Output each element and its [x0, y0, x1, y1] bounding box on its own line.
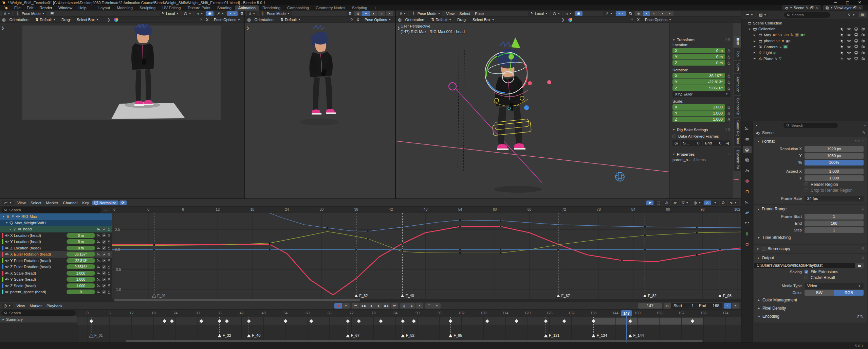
normalize-auto-button[interactable]: ⟳	[119, 200, 127, 205]
outliner-row-light[interactable]: ▶ Light◎	[741, 50, 868, 56]
toolbar-expand-arrow[interactable]: ❯	[246, 26, 249, 30]
workspace-tab-scripting[interactable]: Scripting	[349, 5, 371, 11]
location-y-field[interactable]: Y0 m	[672, 54, 725, 59]
mirror-x-toggle[interactable]: X	[635, 17, 642, 22]
snap-options-chevron[interactable]: ▼	[712, 200, 719, 205]
channel-value-field[interactable]: -22.813°	[67, 258, 95, 263]
mode-selector[interactable]: 🚶 Pose Mode▼	[409, 11, 442, 16]
show-gizmo-button[interactable]: ➚▼	[603, 11, 614, 16]
tweak-tool-button[interactable]: ➤	[646, 200, 653, 205]
outliner-item-label[interactable]: phone	[764, 39, 775, 43]
disable-viewport-toggle[interactable]	[854, 57, 858, 61]
keyframe-point[interactable]	[269, 242, 270, 244]
shading-wireframe-button[interactable]: ⊕	[635, 11, 642, 16]
graph-h-scrollbar[interactable]	[114, 299, 360, 301]
keyframe-point[interactable]	[500, 249, 501, 250]
workspace-tab-animation[interactable]: Animation	[235, 5, 259, 11]
disable-render-toggle[interactable]	[861, 45, 865, 49]
keyframe-point[interactable]	[719, 249, 721, 250]
orientation-value-dropdown[interactable]: ⇅ Default▼	[278, 17, 303, 22]
eye-icon[interactable]	[5, 284, 9, 288]
collapse-icon[interactable]: ▼	[758, 315, 760, 317]
editor-type-button[interactable]: #▼	[247, 11, 257, 16]
keyframe-point[interactable]	[500, 226, 501, 227]
properties-tab-tool[interactable]	[743, 125, 752, 132]
channel-label[interactable]: Z Scale (head)	[10, 284, 65, 288]
menu-render[interactable]: Render	[36, 6, 55, 10]
keyframe-point[interactable]	[153, 249, 155, 250]
selectable-toggle[interactable]	[840, 45, 844, 49]
play-reverse-button[interactable]: ◄	[367, 303, 375, 309]
snap-button[interactable]: ∩	[704, 200, 711, 205]
keyframe-point[interactable]	[269, 249, 270, 250]
keyframe-point[interactable]	[621, 260, 622, 261]
channel-label[interactable]: Z Location (head)	[10, 246, 65, 250]
editor-type-button[interactable]: ◷▼	[2, 303, 13, 308]
new-scene-icon[interactable]: 🗗	[810, 6, 814, 10]
channel-group-row[interactable]: ▼head	[0, 226, 112, 232]
toolbar-expand-arrow[interactable]: ❯	[397, 26, 400, 30]
graph-menu-view[interactable]: View	[15, 201, 28, 205]
frame-end-field[interactable]: End168	[697, 303, 722, 309]
hide-viewport-toggle[interactable]	[847, 57, 851, 61]
prop-field-y[interactable]: 1080 px	[805, 153, 864, 159]
rotation-z-field[interactable]: Z9.8516°	[672, 85, 725, 91]
expand-icon[interactable]: ▼	[757, 307, 760, 310]
format-panel-title[interactable]: Format	[762, 139, 775, 144]
outliner-data-badge[interactable]: ▽4	[778, 33, 782, 37]
expand-icon[interactable]: ▼	[757, 236, 760, 239]
modifier-wrench-icon[interactable]	[97, 290, 101, 294]
timeline-menu-playback[interactable]: Playback	[44, 304, 65, 308]
outliner-row-collection[interactable]: ▼ Collection	[741, 26, 868, 32]
fcurve-channel-row[interactable]: Z Location (head) 0 m	[0, 245, 112, 251]
channel-object-row[interactable]: ▼RIG-Max	[0, 213, 112, 220]
keyframe-point[interactable]	[500, 252, 501, 254]
bake-decrement-button[interactable]: ◀	[724, 140, 731, 146]
sidebar-tab-game-rig-tool[interactable]: Game Rig Tool	[734, 118, 741, 146]
properties-search-input[interactable]: Search	[783, 123, 838, 128]
shading-rendered-button[interactable]: ◑	[658, 11, 666, 16]
lock-icon[interactable]	[727, 61, 731, 65]
graph-menu-select[interactable]: Select	[28, 201, 44, 205]
outliner-data-badge[interactable]: ▽6	[776, 39, 780, 43]
keyframe-point[interactable]	[153, 245, 155, 246]
properties-options-chevron[interactable]: ▼	[864, 124, 866, 126]
mirror-butterfly-icon[interactable]: ⁘	[630, 17, 634, 22]
scale-z-field[interactable]: Z1.000	[672, 117, 725, 122]
sidebar-tab-blenderkit[interactable]: BlenderKit	[734, 96, 741, 117]
keyframe-point[interactable]	[402, 251, 403, 252]
viewport-side[interactable]: #▼ 🚶 Pose Mode▼ ⧉ ⊕ ● ◐ ◑ ▼ ◍ Orientatio…	[245, 11, 395, 198]
mirror-butterfly-icon[interactable]: ⁘	[350, 17, 353, 22]
pin-icon[interactable]: ✎	[806, 6, 809, 10]
channel-value-field[interactable]: 0 m	[67, 239, 95, 244]
eye-icon[interactable]	[5, 233, 9, 238]
outliner-data-badge[interactable]: ▣3	[786, 39, 791, 43]
lock-icon[interactable]	[727, 105, 731, 109]
workspace-tab-uv-editing[interactable]: UV Editing	[159, 5, 184, 11]
channel-value-field[interactable]: 0 m	[67, 233, 95, 238]
outliner-row-max[interactable]: ▶ Max◆2▽4▽24‖4✱▣2	[741, 32, 868, 38]
keyframe-point[interactable]	[644, 249, 645, 250]
orientation-globe-icon[interactable]: ◍	[2, 17, 5, 22]
fcurve-channel-row[interactable]: X Scale (head) 1.000	[0, 270, 112, 277]
next-keyframe-button[interactable]: ◆►	[383, 303, 390, 309]
channel-label[interactable]: Y Location (head)	[10, 240, 65, 244]
rotation-x-field[interactable]: X36.167°	[672, 73, 725, 78]
menu-help[interactable]: Help	[75, 6, 90, 10]
open-folder-button[interactable]	[855, 263, 864, 268]
shading-material-button[interactable]: ◐	[650, 11, 658, 16]
shading-options-chevron[interactable]: ▼	[386, 11, 393, 16]
lock-icon[interactable]	[107, 290, 111, 294]
location-z-field[interactable]: Z0 m	[672, 60, 725, 66]
workspace-tab-compositing[interactable]: Compositing	[284, 5, 312, 11]
lock-icon[interactable]	[107, 271, 111, 275]
eye-icon[interactable]	[5, 252, 9, 256]
workspace-tab-rendering[interactable]: Rendering	[259, 5, 284, 11]
modifier-wrench-icon[interactable]	[97, 271, 101, 275]
hide-viewport-toggle[interactable]	[847, 27, 851, 31]
keying-set-button[interactable]: ⌒	[425, 303, 433, 309]
minimize-button[interactable]: ─	[834, 0, 837, 5]
lock-icon[interactable]	[107, 252, 111, 256]
disable-render-toggle[interactable]	[861, 33, 865, 37]
channel-value-field[interactable]: 9.8516°	[67, 264, 95, 269]
